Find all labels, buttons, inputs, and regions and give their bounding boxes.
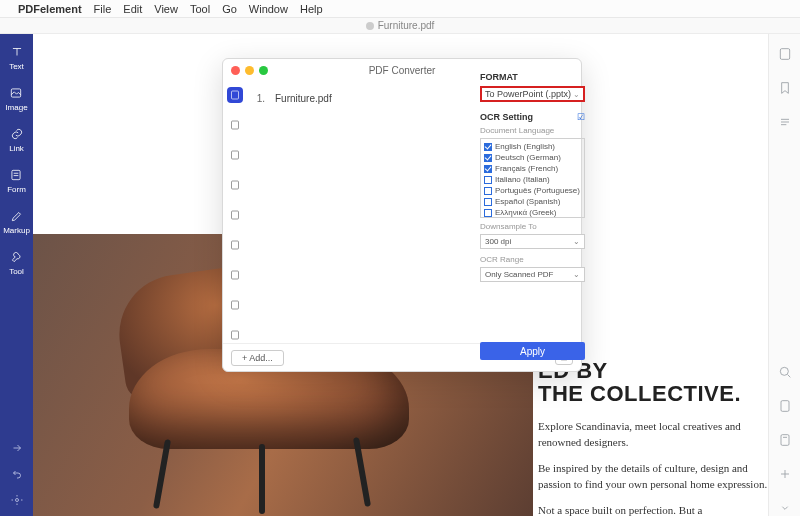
- chevron-down-icon: ⌄: [573, 270, 580, 279]
- convert-settings-panel: FORMAT To PowerPoint (.pptx) ⌄ OCR Setti…: [480, 72, 585, 360]
- file-index: 1.: [253, 93, 265, 104]
- svg-rect-15: [232, 331, 239, 339]
- svg-rect-6: [781, 435, 789, 446]
- sidebar-item-text[interactable]: Text: [9, 44, 25, 71]
- comments-panel-icon[interactable]: [777, 114, 793, 130]
- sidebar-export-icon[interactable]: [9, 440, 25, 456]
- svg-rect-7: [232, 91, 239, 99]
- filetype-sidebar: [223, 81, 247, 343]
- attachments-panel-icon[interactable]: [777, 398, 793, 414]
- menubar: PDFelement File Edit View Tool Go Window…: [0, 0, 800, 18]
- more-panel-icon[interactable]: [777, 500, 793, 516]
- thumbnail-panel-icon[interactable]: [777, 46, 793, 62]
- language-checkbox[interactable]: [484, 154, 492, 162]
- filetype-other-icon[interactable]: [227, 327, 243, 343]
- language-row[interactable]: Español (Spanish): [484, 196, 581, 207]
- language-row[interactable]: Português (Portuguese): [484, 185, 581, 196]
- sidebar-settings-icon[interactable]: [9, 492, 25, 508]
- svg-rect-9: [232, 151, 239, 159]
- apply-button[interactable]: Apply: [480, 342, 585, 360]
- filetype-ppt-icon[interactable]: [227, 147, 243, 163]
- document-language-label: Document Language: [480, 126, 585, 135]
- menu-help[interactable]: Help: [300, 3, 323, 15]
- sidebar-item-label: Text: [9, 62, 24, 71]
- svg-rect-8: [232, 121, 239, 129]
- app-name[interactable]: PDFelement: [18, 3, 82, 15]
- language-checkbox[interactable]: [484, 198, 492, 206]
- filetype-epub-icon[interactable]: [227, 237, 243, 253]
- stamp-panel-icon[interactable]: [777, 432, 793, 448]
- sidebar-item-tool[interactable]: Tool: [9, 249, 25, 276]
- sidebar-undo-icon[interactable]: [9, 466, 25, 482]
- menu-file[interactable]: File: [94, 3, 112, 15]
- svg-rect-10: [232, 181, 239, 189]
- document-tab-title[interactable]: Furniture.pdf: [378, 20, 435, 31]
- menu-go[interactable]: Go: [222, 3, 237, 15]
- language-checkbox[interactable]: [484, 209, 492, 217]
- image-icon: [8, 85, 24, 101]
- svg-rect-5: [781, 401, 789, 412]
- language-list[interactable]: English (English) Deutsch (German) Franç…: [480, 138, 585, 218]
- svg-point-4: [780, 367, 788, 375]
- svg-point-2: [15, 499, 18, 502]
- language-checkbox[interactable]: [484, 143, 492, 151]
- language-row[interactable]: Italiano (Italian): [484, 174, 581, 185]
- svg-rect-3: [780, 49, 789, 60]
- language-checkbox[interactable]: [484, 165, 492, 173]
- format-label: FORMAT: [480, 72, 585, 82]
- menu-view[interactable]: View: [154, 3, 178, 15]
- filetype-text-icon[interactable]: [227, 207, 243, 223]
- filetype-word-icon[interactable]: [227, 87, 243, 103]
- filetype-rtf-icon[interactable]: [227, 297, 243, 313]
- svg-rect-12: [232, 241, 239, 249]
- sidebar-item-markup[interactable]: Markup: [3, 208, 30, 235]
- chevron-down-icon: ⌄: [573, 237, 580, 246]
- sidebar-item-label: Tool: [9, 267, 24, 276]
- ocr-range-select[interactable]: Only Scanned PDF ⌄: [480, 267, 585, 282]
- menu-tool[interactable]: Tool: [190, 3, 210, 15]
- markup-icon: [9, 208, 25, 224]
- doc-paragraph: Be inspired by the details of culture, d…: [538, 461, 768, 493]
- add-panel-icon[interactable]: [777, 466, 793, 482]
- ocr-range-value: Only Scanned PDF: [485, 270, 553, 279]
- search-panel-icon[interactable]: [777, 364, 793, 380]
- link-icon: [9, 126, 25, 142]
- svg-rect-14: [232, 301, 239, 309]
- window-titlebar: Furniture.pdf: [0, 18, 800, 34]
- language-row[interactable]: English (English): [484, 141, 581, 152]
- downsample-select[interactable]: 300 dpi ⌄: [480, 234, 585, 249]
- filetype-image-icon[interactable]: [227, 177, 243, 193]
- language-row[interactable]: Ελληνικά (Greek): [484, 207, 581, 218]
- text-icon: [9, 44, 25, 60]
- sidebar-item-link[interactable]: Link: [9, 126, 25, 153]
- form-icon: [8, 167, 24, 183]
- menu-window[interactable]: Window: [249, 3, 288, 15]
- document-text-column: ED BYTHE COLLECTIVE. Explore Scandinavia…: [538, 359, 768, 516]
- doc-paragraph: Explore Scandinavia, meet local creative…: [538, 419, 768, 451]
- doc-paragraph: Not a space built on perfection. But a: [538, 503, 768, 516]
- language-row[interactable]: Deutsch (German): [484, 152, 581, 163]
- language-checkbox[interactable]: [484, 176, 492, 184]
- filetype-excel-icon[interactable]: [227, 117, 243, 133]
- format-select[interactable]: To PowerPoint (.pptx) ⌄: [480, 86, 585, 102]
- sidebar-item-label: Markup: [3, 226, 30, 235]
- downsample-label: Downsample To: [480, 222, 585, 231]
- left-sidebar: Text Image Link Form Markup Tool: [0, 34, 33, 516]
- downsample-value: 300 dpi: [485, 237, 511, 246]
- add-file-button[interactable]: + Add...: [231, 350, 284, 366]
- language-checkbox[interactable]: [484, 187, 492, 195]
- menu-edit[interactable]: Edit: [123, 3, 142, 15]
- svg-rect-13: [232, 271, 239, 279]
- sidebar-item-label: Image: [5, 103, 27, 112]
- language-row[interactable]: Français (French): [484, 163, 581, 174]
- ocr-enable-checkbox[interactable]: ☑: [577, 112, 585, 122]
- sidebar-item-label: Link: [9, 144, 24, 153]
- svg-rect-1: [12, 170, 20, 179]
- bookmark-panel-icon[interactable]: [777, 80, 793, 96]
- document-tab-icon: [366, 22, 374, 30]
- sidebar-item-form[interactable]: Form: [7, 167, 26, 194]
- filetype-html-icon[interactable]: [227, 267, 243, 283]
- ocr-range-label: OCR Range: [480, 255, 585, 264]
- sidebar-item-image[interactable]: Image: [5, 85, 27, 112]
- right-sidebar: [768, 34, 800, 516]
